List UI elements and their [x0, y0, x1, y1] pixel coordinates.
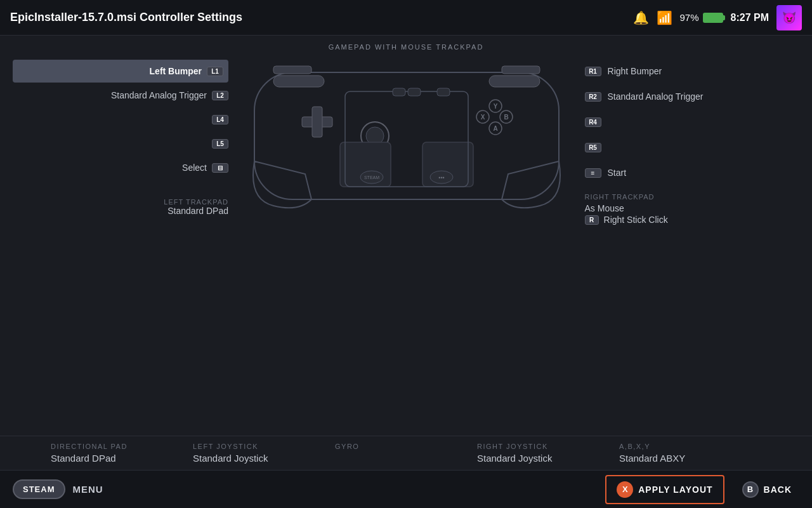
- l4-badge: L4: [212, 115, 228, 124]
- top-bar-right: 🔔 📶 97% 8:27 PM 😈: [633, 5, 802, 30]
- l1-badge: L1: [207, 67, 223, 76]
- left-bumper-row[interactable]: Left Bumper L1: [13, 60, 228, 83]
- right-joystick-col[interactable]: RIGHT JOYSTICK Standard Joystick: [477, 443, 619, 464]
- bell-icon: 🔔: [633, 10, 649, 25]
- left-joystick-col[interactable]: LEFT JOYSTICK Standard Joystick: [193, 443, 335, 464]
- main-content: GAMEPAD WITH MOUSE TRACKPAD Left Bumper …: [0, 36, 812, 470]
- svg-rect-4: [502, 66, 540, 74]
- start-badge: ≡: [585, 168, 601, 178]
- right-joystick-value: Standard Joystick: [477, 453, 619, 464]
- right-trackpad-label: RIGHT TRACKPAD: [585, 193, 799, 201]
- r2-row[interactable]: R2 Standard Analog Trigger: [585, 85, 799, 108]
- start-label: Start: [608, 168, 627, 178]
- left-joystick-value: Standard Joystick: [193, 453, 335, 464]
- r4-badge: R4: [585, 117, 601, 127]
- r1-badge: R1: [585, 67, 601, 76]
- svg-rect-26: [393, 88, 405, 96]
- x-button-icon: X: [617, 481, 633, 498]
- back-button[interactable]: B BACK: [735, 476, 799, 503]
- r-stick-badge: R: [585, 215, 599, 225]
- abxy-category: A,B,X,Y: [619, 443, 761, 450]
- wifi-icon: 📶: [657, 10, 672, 25]
- l2-row[interactable]: Standard Analog Trigger L2: [13, 84, 228, 107]
- svg-text:STEAM: STEAM: [364, 175, 379, 180]
- left-joystick-category: LEFT JOYSTICK: [193, 443, 335, 450]
- window-title: EpicInstaller-15.7.0.msi Controller Sett…: [10, 11, 242, 24]
- battery-container: 97%: [680, 12, 723, 23]
- svg-text:Y: Y: [493, 103, 497, 110]
- directional-pad-col[interactable]: DIRECTIONAL PAD Standard DPad: [51, 443, 193, 464]
- steam-button[interactable]: STEAM: [13, 479, 65, 499]
- r4-row[interactable]: R4: [585, 110, 799, 133]
- directional-pad-value: Standard DPad: [51, 453, 193, 464]
- r5-row[interactable]: R5: [585, 136, 799, 159]
- right-stick-row[interactable]: R Right Stick Click: [585, 215, 799, 225]
- svg-rect-2: [489, 76, 540, 87]
- b-button-icon: B: [742, 481, 759, 498]
- bottom-right: X APPLY LAYOUT B BACK: [605, 475, 799, 504]
- gyro-category: GYRO: [335, 443, 477, 450]
- r2-label: Standard Analog Trigger: [608, 91, 704, 102]
- controller-illustration: X Y B A STEAM: [235, 53, 579, 218]
- svg-text:X: X: [480, 114, 485, 121]
- bottom-left: STEAM MENU: [13, 479, 103, 499]
- right-stick-label: Right Stick Click: [604, 215, 668, 225]
- abxy-col[interactable]: A,B,X,Y Standard ABXY: [619, 443, 761, 464]
- bottom-mappings: DIRECTIONAL PAD Standard DPad LEFT JOYST…: [0, 436, 812, 470]
- l5-row[interactable]: L5: [13, 132, 228, 155]
- l4-row[interactable]: L4: [13, 108, 228, 131]
- left-trackpad-label: LEFT TRACKPAD: [13, 198, 228, 206]
- avatar: 😈: [776, 5, 802, 30]
- svg-text:A: A: [493, 125, 497, 132]
- r2-badge: R2: [585, 92, 601, 102]
- apply-layout-label: APPLY LAYOUT: [638, 485, 712, 495]
- svg-rect-28: [437, 88, 450, 96]
- time-display: 8:27 PM: [731, 12, 769, 23]
- svg-text:•••: •••: [438, 175, 444, 181]
- select-badge: ⊟: [212, 163, 228, 173]
- svg-rect-6: [312, 107, 322, 137]
- abxy-value: Standard ABXY: [619, 453, 761, 464]
- select-row[interactable]: Select ⊟: [13, 156, 228, 179]
- controller-area: Left Bumper L1 Standard Analog Trigger L…: [0, 53, 812, 436]
- right-panel: R1 Right Bumper R2 Standard Analog Trigg…: [579, 53, 799, 225]
- left-trackpad-value: Standard DPad: [13, 206, 228, 216]
- l5-badge: L5: [212, 139, 228, 149]
- battery-percent: 97%: [680, 12, 699, 23]
- svg-rect-1: [273, 76, 324, 87]
- back-label: BACK: [764, 485, 792, 495]
- menu-label: MENU: [73, 484, 103, 495]
- bottom-bar: STEAM MENU X APPLY LAYOUT B BACK: [0, 470, 812, 508]
- left-panel: Left Bumper L1 Standard Analog Trigger L…: [13, 53, 235, 216]
- l2-label: Standard Analog Trigger: [111, 90, 207, 100]
- battery-icon: [703, 13, 723, 23]
- svg-rect-3: [273, 66, 311, 74]
- select-label: Select: [182, 163, 207, 173]
- r1-label: Right Bumper: [608, 66, 662, 76]
- gyro-col[interactable]: GYRO: [335, 443, 477, 453]
- top-bar: EpicInstaller-15.7.0.msi Controller Sett…: [0, 0, 812, 36]
- r5-badge: R5: [585, 143, 601, 152]
- svg-text:B: B: [504, 114, 508, 121]
- svg-rect-27: [408, 88, 421, 96]
- directional-pad-category: DIRECTIONAL PAD: [51, 443, 193, 450]
- right-joystick-category: RIGHT JOYSTICK: [477, 443, 619, 450]
- right-trackpad-section: RIGHT TRACKPAD As Mouse R Right Stick Cl…: [585, 193, 799, 225]
- start-row[interactable]: ≡ Start: [585, 161, 799, 184]
- right-trackpad-value: As Mouse: [585, 203, 799, 213]
- r1-row[interactable]: R1 Right Bumper: [585, 60, 799, 83]
- apply-layout-button[interactable]: X APPLY LAYOUT: [605, 475, 724, 504]
- l2-badge: L2: [212, 91, 228, 100]
- left-bumper-label: Left Bumper: [150, 66, 202, 76]
- gamepad-subtitle: GAMEPAD WITH MOUSE TRACKPAD: [0, 36, 812, 53]
